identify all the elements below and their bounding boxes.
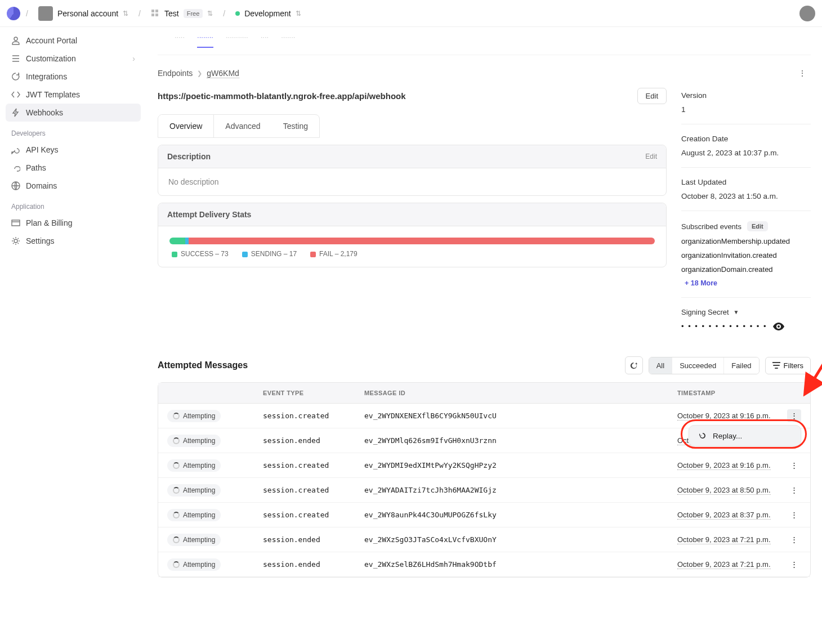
app-name: Test bbox=[164, 9, 179, 18]
sidebar-item-plan-billing[interactable]: Plan & Billing bbox=[6, 214, 141, 232]
row-menu-button[interactable]: ⋮ bbox=[787, 409, 801, 422]
spinner-icon bbox=[173, 487, 180, 494]
table-row[interactable]: Attemptingsession.createdev_2WYDMI9edXIM… bbox=[158, 453, 810, 478]
event-type: session.ended bbox=[263, 560, 364, 569]
secret-label: Signing Secret bbox=[681, 308, 729, 316]
meta-panel: Version 1 Creation Date August 2, 2023 a… bbox=[681, 88, 811, 330]
status-badge: Attempting bbox=[167, 484, 221, 497]
separator: / bbox=[26, 9, 28, 18]
table-row[interactable]: Attemptingsession.createdev_2WYDNXENEXfl… bbox=[158, 404, 810, 428]
refresh-button[interactable] bbox=[625, 356, 643, 374]
ghost-tab-active[interactable]: ········ bbox=[197, 33, 213, 48]
edit-events-button[interactable]: Edit bbox=[747, 221, 768, 231]
replay-menu[interactable]: Replay... bbox=[689, 425, 801, 446]
ghost-tab[interactable]: ···· bbox=[261, 33, 269, 48]
endpoint-url: https://poetic-mammoth-blatantly.ngrok-f… bbox=[158, 91, 632, 101]
ghost-tab[interactable]: ····· bbox=[175, 33, 185, 48]
table-row[interactable]: Attemptingsession.endedev_2WXzSgO3JTaSCo… bbox=[158, 527, 810, 552]
more-events-link[interactable]: + 18 More bbox=[681, 279, 717, 287]
sidebar-item-api-keys[interactable]: API Keys bbox=[6, 141, 141, 159]
timestamp: October 9, 2023 at 8:50 p.m. bbox=[677, 486, 771, 495]
chevron-right-icon: › bbox=[132, 54, 135, 63]
table-row[interactable]: Attemptingsession.createdev_2WY8aunPk44C… bbox=[158, 503, 810, 527]
sidebar: Account PortalCustomization›Integrations… bbox=[0, 27, 146, 600]
sidebar-item-label: Domains bbox=[26, 181, 57, 190]
sidebar-item-domains[interactable]: Domains bbox=[6, 177, 141, 195]
ghost-tab[interactable]: ··········· bbox=[226, 33, 248, 48]
chevron-right-icon: ❯ bbox=[197, 70, 202, 77]
breadcrumb-id[interactable]: gW6KMd bbox=[207, 69, 239, 78]
status-badge: Attempting bbox=[167, 459, 221, 472]
separator: / bbox=[139, 9, 141, 18]
spinner-icon bbox=[173, 462, 180, 469]
row-menu-button[interactable]: ⋮ bbox=[787, 558, 801, 571]
table-row[interactable]: Attemptingsession.createdev_2WYADAITzi7t… bbox=[158, 478, 810, 503]
sidebar-item-webhooks[interactable]: Webhooks bbox=[6, 104, 141, 122]
updown-icon: ⇅ bbox=[123, 10, 128, 17]
stats-title: Attempt Delivery Stats bbox=[167, 210, 251, 219]
row-menu-button[interactable]: ⋮ bbox=[787, 508, 801, 521]
sidebar-item-label: Settings bbox=[26, 236, 55, 245]
tab-advanced[interactable]: Advanced bbox=[214, 115, 271, 137]
breadcrumb-root[interactable]: Endpoints bbox=[158, 69, 193, 78]
sidebar-item-paths[interactable]: Paths bbox=[6, 159, 141, 177]
bar-success bbox=[169, 238, 185, 244]
sidebar-item-account-portal[interactable]: Account Portal bbox=[6, 32, 141, 50]
replay-label: Replay... bbox=[713, 432, 742, 440]
version-label: Version bbox=[681, 91, 811, 100]
table-row[interactable]: Attemptingsession.endedev_2WXzSelBZ6LHdS… bbox=[158, 552, 810, 577]
status-filter-segment: All Succeeded Failed bbox=[649, 357, 760, 374]
message-id: ev_2WYDNXENEXflB6CY9GkN50UIvcU bbox=[364, 412, 677, 420]
description-title: Description bbox=[167, 152, 211, 161]
env-switcher[interactable]: Development ⇅ bbox=[231, 7, 306, 20]
event-type: session.ended bbox=[263, 535, 364, 544]
svg-point-4 bbox=[778, 325, 780, 328]
status-badge: Attempting bbox=[167, 558, 221, 571]
tab-testing[interactable]: Testing bbox=[272, 115, 319, 137]
sidebar-item-settings[interactable]: Settings bbox=[6, 232, 141, 250]
message-id: ev_2WXzSgO3JTaSCo4xLVcfvBXUOnY bbox=[364, 535, 677, 544]
sidebar-item-label: Customization bbox=[26, 54, 76, 63]
event-type: session.created bbox=[263, 412, 364, 420]
profile-avatar[interactable] bbox=[799, 6, 815, 21]
edit-description-button[interactable]: Edit bbox=[645, 153, 657, 160]
messages-table: EVENT TYPE MESSAGE ID TIMESTAMP Attempti… bbox=[158, 382, 811, 578]
ghost-tab[interactable]: ······· bbox=[281, 33, 295, 48]
page-tabs: ····· ········ ··········· ···· ······· bbox=[158, 27, 811, 55]
env-name: Development bbox=[244, 9, 291, 18]
sidebar-item-customization[interactable]: Customization› bbox=[6, 50, 141, 68]
avatar-icon bbox=[38, 6, 53, 21]
sidebar-item-label: Webhooks bbox=[26, 108, 63, 117]
row-menu-button[interactable]: ⋮ bbox=[787, 459, 801, 472]
bar-fail bbox=[189, 238, 655, 244]
event-type: session.created bbox=[263, 511, 364, 519]
plan-badge: Free bbox=[184, 9, 203, 18]
more-menu-button[interactable]: ⋮ bbox=[794, 66, 811, 80]
app-logo[interactable] bbox=[7, 7, 20, 20]
filters-button[interactable]: Filters bbox=[765, 357, 811, 374]
grid-icon bbox=[151, 9, 160, 18]
filter-icon bbox=[772, 362, 780, 369]
sidebar-item-jwt-templates[interactable]: JWT Templates bbox=[6, 86, 141, 104]
refresh-icon bbox=[629, 361, 638, 370]
col-timestamp: TIMESTAMP bbox=[677, 390, 773, 396]
signing-secret-toggle[interactable]: Signing Secret ▼ bbox=[681, 308, 811, 316]
sidebar-item-integrations[interactable]: Integrations bbox=[6, 68, 141, 86]
seg-failed[interactable]: Failed bbox=[724, 357, 758, 374]
svg-rect-0 bbox=[151, 10, 154, 12]
account-switcher[interactable]: Personal account ⇅ bbox=[34, 4, 133, 23]
tab-overview[interactable]: Overview bbox=[158, 115, 214, 137]
status-badge: Attempting bbox=[167, 410, 221, 422]
app-switcher[interactable]: Test Free ⇅ bbox=[146, 7, 217, 20]
seg-succeeded[interactable]: Succeeded bbox=[672, 357, 724, 374]
creation-value: August 2, 2023 at 10:37 p.m. bbox=[681, 149, 811, 157]
env-dot-icon bbox=[235, 11, 240, 16]
seg-all[interactable]: All bbox=[649, 357, 672, 374]
event-type: session.ended bbox=[263, 436, 364, 445]
row-menu-button[interactable]: ⋮ bbox=[787, 533, 801, 546]
row-menu-button[interactable]: ⋮ bbox=[787, 484, 801, 497]
reveal-secret-button[interactable] bbox=[773, 323, 784, 330]
sidebar-section-developers: Developers bbox=[6, 122, 141, 141]
sidebar-item-label: JWT Templates bbox=[26, 90, 80, 99]
edit-url-button[interactable]: Edit bbox=[637, 88, 667, 104]
